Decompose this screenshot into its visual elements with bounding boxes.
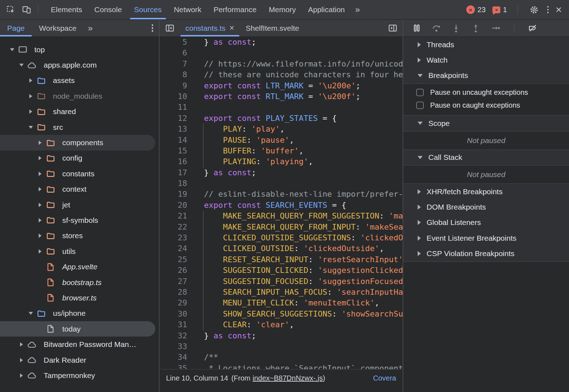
tab-page[interactable]: Page [0,20,32,36]
line-number[interactable]: 26 [160,265,187,276]
expand-arrow-icon[interactable] [16,337,27,352]
step-out-button[interactable] [471,23,481,33]
pause-button[interactable] [412,23,422,33]
tab-network[interactable]: Network [168,0,208,19]
section-event-listener-breakpoints[interactable]: Event Listener Breakpoints [403,230,569,246]
line-number[interactable]: 17 [160,167,187,178]
tab-workspace[interactable]: Workspace [32,20,84,36]
collapse-navigator-button[interactable] [160,20,180,36]
line-number[interactable]: 24 [160,243,187,254]
expand-arrow-icon[interactable] [6,42,18,57]
line-number[interactable]: 7 [160,59,187,69]
tree-item-config[interactable]: config [0,151,159,166]
tree-item-browser-ts[interactable]: browser.ts [0,290,159,305]
tree-item-src[interactable]: src [0,119,159,135]
tree-item-shared[interactable]: shared [0,104,159,119]
navigator-menu-button[interactable] [152,24,154,32]
step-over-button[interactable] [432,23,441,33]
step-button[interactable] [491,23,500,33]
line-number[interactable]: 23 [160,232,187,243]
line-number[interactable]: 6 [160,48,187,58]
expand-arrow-icon[interactable] [16,352,27,368]
line-number[interactable]: 15 [160,146,187,156]
line-number[interactable]: 9 [160,80,187,91]
section-csp-violation-breakpoints[interactable]: CSP Violation Breakpoints [403,246,569,261]
line-number[interactable]: 35 [160,363,187,369]
editor-tab-shelfitem-svelte[interactable]: ShelfItem.svelte [240,20,305,36]
expand-debugger-panel-button[interactable] [383,20,403,36]
expand-arrow-icon[interactable] [34,182,46,197]
section-watch[interactable]: Watch [403,52,569,68]
tab-memory[interactable]: Memory [263,0,302,19]
tree-item-jet[interactable]: jet [0,197,159,212]
expand-arrow-icon[interactable] [34,197,46,212]
line-number[interactable]: 14 [160,135,187,146]
tree-item-tampermonkey[interactable]: Tampermonkey [0,368,159,383]
section-scope[interactable]: Scope [403,116,569,131]
line-number[interactable]: 8 [160,69,187,80]
expand-arrow-icon[interactable] [34,166,46,181]
tree-item-sf-symbols[interactable]: sf-symbols [0,212,159,228]
coverage-link[interactable]: Covera [373,374,396,382]
tree-item-today[interactable]: today [0,321,155,337]
line-number[interactable]: 18 [160,178,187,189]
line-number[interactable]: 22 [160,222,187,232]
line-number[interactable]: 33 [160,341,187,352]
inspect-element-button[interactable] [3,2,19,17]
pause-on-caught-checkbox[interactable] [416,102,424,109]
line-number[interactable]: 31 [160,319,187,330]
tree-item-assets[interactable]: assets [0,73,159,88]
line-number[interactable]: 32 [160,330,187,341]
expand-arrow-icon[interactable] [34,212,46,228]
tree-item-utils[interactable]: utils [0,244,159,259]
line-number[interactable]: 30 [160,309,187,319]
line-number[interactable]: 28 [160,287,187,298]
tree-item-context[interactable]: context [0,182,159,197]
section-breakpoints[interactable]: Breakpoints [403,68,569,83]
more-navigator-tabs-icon[interactable]: » [84,23,97,33]
expand-arrow-icon[interactable] [16,57,27,73]
expand-arrow-icon[interactable] [34,228,46,244]
deactivate-breakpoints-button[interactable] [528,23,538,33]
line-number[interactable]: 10 [160,91,187,102]
tree-item-components[interactable]: components [0,135,155,150]
settings-button[interactable] [528,2,540,17]
tree-item-app-svelte[interactable]: App.svelte [0,259,159,274]
line-number[interactable]: 5 [160,37,187,48]
close-devtools-button[interactable]: × [555,4,562,15]
section-threads[interactable]: Threads [403,37,569,52]
line-number[interactable]: 11 [160,102,187,113]
line-number[interactable]: 13 [160,124,187,134]
expand-arrow-icon[interactable] [34,135,46,150]
line-number[interactable]: 25 [160,254,187,265]
issues-count-badge[interactable]: × 1 [492,5,507,14]
tree-item-dark-reader[interactable]: Dark Reader [0,352,159,368]
pause-on-uncaught-checkbox[interactable] [416,89,424,96]
line-number[interactable]: 20 [160,200,187,211]
line-number[interactable]: 29 [160,298,187,308]
tab-console[interactable]: Console [88,0,128,19]
tab-elements[interactable]: Elements [45,0,88,19]
device-toolbar-button[interactable] [19,2,34,17]
tab-performance[interactable]: Performance [208,0,263,19]
close-tab-icon[interactable]: × [229,24,234,32]
line-number[interactable]: 34 [160,352,187,363]
editor-tab-constants-ts[interactable]: constants.ts × [180,20,240,36]
tree-item-node-modules[interactable]: node_modules [0,88,159,104]
section-call-stack[interactable]: Call Stack [403,150,569,165]
line-number[interactable]: 12 [160,113,187,124]
expand-arrow-icon[interactable] [16,368,27,383]
more-options-button[interactable] [547,6,549,14]
section-xhr-fetch-breakpoints[interactable]: XHR/fetch Breakpoints [403,184,569,199]
expand-arrow-icon[interactable] [25,306,37,321]
code-editor[interactable]: 5} as const;67// https://www.fileformat.… [160,37,403,369]
tree-item-bitwarden-password-man-[interactable]: Bitwarden Password Man… [0,337,159,352]
expand-arrow-icon[interactable] [25,73,37,88]
expand-arrow-icon[interactable] [34,244,46,259]
tree-item-us-iphone[interactable]: us/iphone [0,306,159,321]
line-number[interactable]: 19 [160,189,187,200]
expand-arrow-icon[interactable] [25,104,37,119]
error-count-badge[interactable]: × 23 [466,5,486,14]
tab-sources[interactable]: Sources [128,0,168,19]
section-dom-breakpoints[interactable]: DOM Breakpoints [403,199,569,215]
